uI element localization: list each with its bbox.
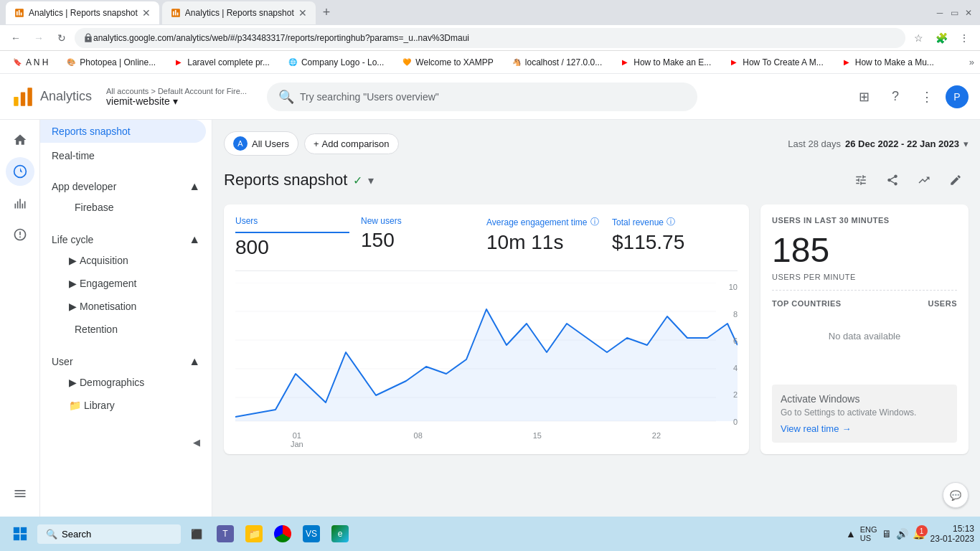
report-actions <box>848 167 969 193</box>
reports-icon-button[interactable] <box>6 189 34 217</box>
new-tab-button[interactable]: + <box>319 5 335 20</box>
tab-close-1[interactable]: ✕ <box>142 7 151 19</box>
notification-badge[interactable]: 🔔 1 <box>913 528 925 540</box>
bookmark-localhost[interactable]: 🐴 localhost / 127.0.0... <box>505 54 608 71</box>
sidebar-sub-retention[interactable]: Retention <box>52 318 194 341</box>
taskbar-explorer[interactable]: 📁 <box>241 521 267 547</box>
sidebar-sub-firebase[interactable]: Firebase <box>52 196 194 219</box>
sidebar-item-reports-snapshot[interactable]: Reports snapshot <box>40 120 206 143</box>
window-maximize[interactable]: ▭ <box>948 7 960 19</box>
customize-icon-button[interactable] <box>848 167 874 193</box>
no-data-message: No data available <box>772 316 957 356</box>
sidebar-sub-demographics[interactable]: ▶ Demographics <box>52 371 194 394</box>
svg-rect-2 <box>19 9 20 15</box>
more-icon-button[interactable]: ⋮ <box>914 84 940 110</box>
svg-rect-9 <box>21 92 25 105</box>
metric-revenue-label: Total revenue ⓘ <box>612 216 726 228</box>
account-name[interactable]: viemit-website ▾ <box>106 95 247 107</box>
line-chart <box>235 283 738 426</box>
dropdown-icon: ▾ <box>173 95 178 107</box>
tab-close-2[interactable]: ✕ <box>298 7 307 19</box>
revenue-info-icon: ⓘ <box>666 216 675 228</box>
report-title: Reports snapshot ✓ ▾ <box>224 171 374 189</box>
bookmark-xampp[interactable]: 🧡 Welcome to XAMPP <box>395 54 499 71</box>
forward-button[interactable]: → <box>29 28 49 48</box>
more-bookmarks[interactable]: » <box>969 57 974 67</box>
tab-favicon-1 <box>14 8 24 18</box>
sidebar-sub-library[interactable]: 📁 Library <box>52 394 194 417</box>
back-button[interactable]: ← <box>6 28 26 48</box>
bookmark-company[interactable]: 🌐 Company Logo - Lo... <box>281 54 390 71</box>
metric-new-users[interactable]: New users 150 <box>361 216 486 259</box>
bookmark-laravel[interactable]: ▶ Laravel complete pr... <box>167 54 275 71</box>
taskbar-vscode[interactable]: VS <box>298 521 324 547</box>
realtime-icon-button[interactable] <box>6 157 34 186</box>
svg-marker-18 <box>235 309 738 421</box>
sound-icon[interactable]: 🔊 <box>896 528 908 540</box>
trend-icon-button[interactable] <box>911 167 937 193</box>
taskbar-teams[interactable]: T <box>212 521 238 547</box>
analytics-logo-icon <box>11 85 34 108</box>
cards-row: Users 800 New users 150 <box>224 204 969 454</box>
chart-x-axis: 01Jan 08 15 22 <box>235 431 738 448</box>
bookmark-photopea[interactable]: 🎨 Photopea | Online... <box>60 54 161 71</box>
report-title-dropdown[interactable]: ▾ <box>368 174 374 187</box>
browser-tab-2[interactable]: Analytics | Reports snapshot ✕ <box>162 1 316 24</box>
svg-rect-8 <box>14 97 18 106</box>
all-users-button[interactable]: A All Users <box>224 131 298 156</box>
network-icon[interactable]: 🖥 <box>882 528 892 540</box>
edit-icon-button[interactable] <box>943 167 969 193</box>
home-icon-button[interactable] <box>6 126 34 154</box>
bookmark-anh[interactable]: 🔖 A N H <box>6 54 54 71</box>
taskbar-task-view[interactable]: ⬛ <box>184 521 209 547</box>
metric-revenue[interactable]: Total revenue ⓘ $115.75 <box>612 216 738 259</box>
search-bar[interactable]: 🔍 Try searching "Users overview" <box>267 83 697 111</box>
taskbar-search-bar[interactable]: 🔍 Search <box>37 524 181 544</box>
window-minimize[interactable]: ─ <box>934 7 946 19</box>
sidebar-sub-acquisition[interactable]: ▶ Acquisition <box>52 249 194 272</box>
sidebar-section-header-lifecycle[interactable]: Life cycle ▲ <box>52 233 200 246</box>
window-close[interactable]: ✕ <box>963 7 974 19</box>
feedback-button[interactable]: 💬 <box>943 482 969 508</box>
add-comparison-button[interactable]: + Add comparison <box>304 133 399 154</box>
more-options-icon[interactable]: ⋮ <box>954 28 974 48</box>
grid-icon-button[interactable]: ⊞ <box>851 84 877 110</box>
svg-rect-1 <box>17 11 18 15</box>
metric-revenue-value: $115.75 <box>612 231 726 254</box>
sidebar-sub-monetisation[interactable]: ▶ Monetisation <box>52 295 194 318</box>
segments-icon-button[interactable] <box>6 479 34 508</box>
date-dropdown-icon[interactable]: ▾ <box>963 138 969 149</box>
user-avatar[interactable]: P <box>946 85 969 108</box>
explore-icon-button[interactable] <box>6 220 34 249</box>
analytics-logo-text: Analytics <box>40 89 92 104</box>
users-30-label: USERS IN LAST 30 MINUTES <box>772 216 957 225</box>
taskbar-edge[interactable]: e <box>327 521 353 547</box>
sidebar-section-header-user[interactable]: User ▲ <box>52 355 200 368</box>
metric-engagement[interactable]: Average engagement time ⓘ 10m 11s <box>486 216 612 259</box>
analytics-header: Analytics All accounts > Default Account… <box>0 74 980 120</box>
extensions-icon[interactable]: 🧩 <box>931 28 951 48</box>
share-icon-button[interactable] <box>880 167 905 193</box>
start-button[interactable] <box>6 519 34 548</box>
url-bar[interactable]: analytics.google.com/analytics/web/#/p34… <box>75 28 905 48</box>
help-icon-button[interactable]: ? <box>882 84 908 110</box>
taskbar-chrome[interactable] <box>270 521 296 547</box>
bookmark-youtube2[interactable]: ▶ How To Create A M... <box>722 54 829 71</box>
lang-indicator[interactable]: ENGUS <box>860 525 877 542</box>
bookmark-youtube1[interactable]: ▶ How to Make an E... <box>613 54 717 71</box>
up-arrow-icon[interactable]: ▲ <box>846 528 856 540</box>
refresh-button[interactable]: ↻ <box>52 28 72 48</box>
bookmark-star-icon[interactable]: ☆ <box>908 28 928 48</box>
view-realtime-link[interactable]: View real time → <box>781 423 948 434</box>
sidebar-section-header-app-developer[interactable]: App developer ▲ <box>52 180 200 193</box>
svg-rect-22 <box>21 534 27 540</box>
sidebar-item-realtime[interactable]: Real-time <box>40 143 212 169</box>
svg-rect-5 <box>173 11 174 15</box>
metric-users[interactable]: Users 800 <box>235 216 361 259</box>
bookmark-youtube3[interactable]: ▶ How to Make a Mu... <box>835 54 940 71</box>
svg-rect-3 <box>21 12 22 15</box>
sidebar-sub-engagement[interactable]: ▶ Engagement <box>52 272 194 295</box>
browser-tab-1[interactable]: Analytics | Reports snapshot ✕ <box>6 1 159 24</box>
collapse-sidebar-button[interactable]: ◀ <box>52 437 200 448</box>
taskbar-clock: 15:13 23-01-2023 <box>930 524 974 544</box>
